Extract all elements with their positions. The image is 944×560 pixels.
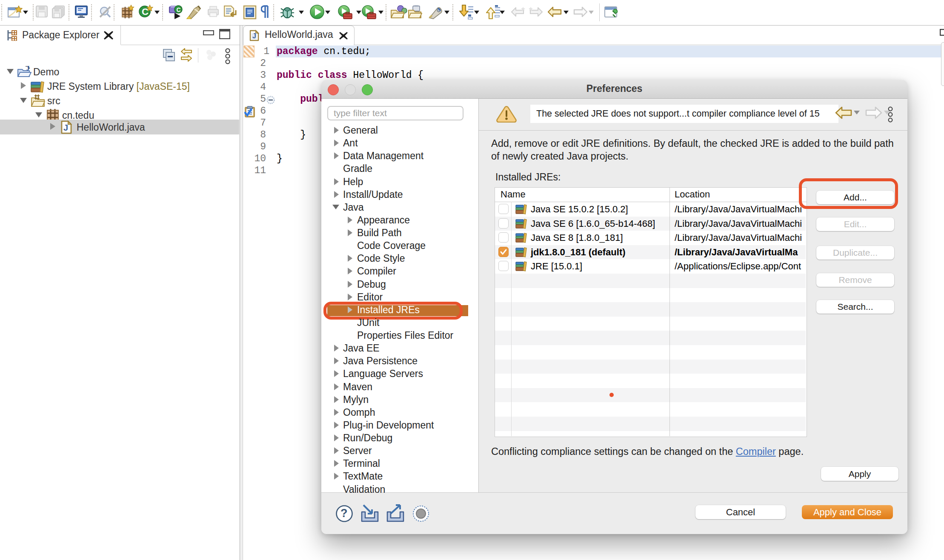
svg-text:?: ?	[340, 507, 348, 520]
svg-text:J: J	[63, 123, 68, 132]
svg-text:C: C	[177, 6, 181, 13]
svg-text:J: J	[26, 65, 30, 71]
svg-text:J: J	[252, 32, 256, 40]
